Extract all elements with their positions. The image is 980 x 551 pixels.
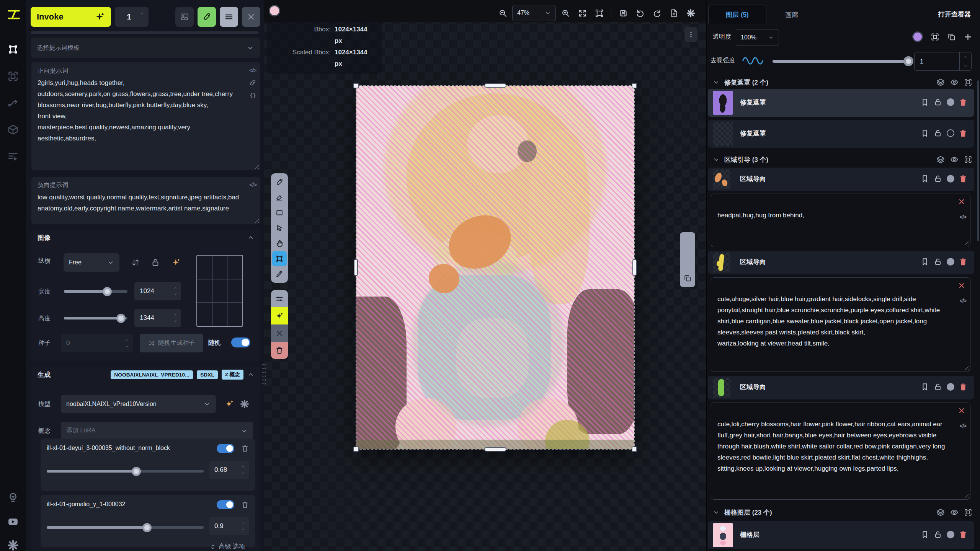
panel-resize-gripper[interactable] bbox=[262, 363, 266, 386]
regional-prompt-input[interactable]: headpat,hug,hug from behind, </> bbox=[711, 194, 970, 247]
lora-enabled-toggle[interactable] bbox=[217, 444, 234, 453]
resize-handle[interactable] bbox=[962, 492, 969, 498]
code-toggle-icon[interactable]: </> bbox=[249, 67, 256, 73]
send-to-canvas-button[interactable] bbox=[198, 7, 216, 27]
lock-icon[interactable] bbox=[934, 530, 942, 539]
zoom-in-button[interactable] bbox=[558, 6, 573, 20]
move-tool[interactable] bbox=[272, 220, 287, 236]
positive-prompt-input[interactable]: 2girls,yuri,hug,heads together, outdoors… bbox=[38, 77, 243, 144]
resize-handle[interactable] bbox=[253, 163, 259, 169]
bbox-handle-n[interactable] bbox=[484, 83, 506, 88]
open-viewer-button[interactable]: 打开查看器 bbox=[938, 10, 971, 19]
fit-bbox-button[interactable] bbox=[592, 6, 606, 20]
eyedropper-tool[interactable] bbox=[272, 266, 287, 282]
viewer-toggle-handle[interactable] bbox=[680, 232, 695, 287]
trash-icon[interactable] bbox=[959, 530, 967, 539]
fit-layer-icon[interactable] bbox=[931, 33, 939, 41]
code-toggle-icon[interactable]: </> bbox=[960, 421, 966, 432]
fit-to-view-button[interactable] bbox=[575, 6, 590, 20]
seed-input[interactable]: 0 bbox=[61, 334, 133, 352]
random-seed-toggle[interactable] bbox=[231, 337, 250, 347]
invoke-region-button[interactable] bbox=[271, 307, 288, 324]
bookmark-icon[interactable] bbox=[921, 258, 929, 266]
brush-tool[interactable] bbox=[272, 174, 287, 190]
trash-icon[interactable] bbox=[959, 258, 967, 266]
eye-icon[interactable] bbox=[950, 508, 959, 517]
trash-icon[interactable] bbox=[959, 129, 967, 137]
trash-icon[interactable] bbox=[241, 501, 249, 509]
mask-fill-indicator[interactable] bbox=[947, 175, 954, 183]
denoise-input[interactable]: 1 bbox=[914, 52, 972, 71]
canvas-workspace[interactable]: Bbox:1024×1344 px Scaled Bbox:1024×1344 … bbox=[264, 0, 706, 551]
regional-section-header[interactable]: 区域引导 (3 个) bbox=[707, 153, 980, 166]
lora-weight-slider[interactable] bbox=[47, 470, 204, 473]
random-seed-button[interactable]: 随机生成种子 bbox=[140, 334, 203, 352]
model-settings-icon[interactable] bbox=[240, 399, 249, 409]
whats-new-button[interactable] bbox=[7, 491, 20, 504]
canvas-menu-button[interactable] bbox=[684, 27, 697, 42]
prompt-template-select[interactable]: 选择提示词模板 bbox=[31, 37, 260, 58]
lora-weight-slider[interactable] bbox=[47, 526, 204, 529]
cancel-queue-button[interactable] bbox=[242, 7, 260, 27]
lock-icon[interactable] bbox=[934, 98, 942, 106]
bookmark-icon[interactable] bbox=[921, 98, 929, 106]
width-slider-knob[interactable] bbox=[103, 287, 112, 296]
bookmark-icon[interactable] bbox=[921, 530, 929, 539]
add-lora-select[interactable]: 添加 LoRA bbox=[61, 422, 253, 440]
layer-color-swatch[interactable] bbox=[912, 31, 923, 42]
negative-prompt-input[interactable]: low quality,worst quality,normal quality… bbox=[38, 192, 243, 214]
canvas-settings-button[interactable] bbox=[683, 6, 698, 20]
braces-icon[interactable]: { } bbox=[250, 92, 255, 98]
delete-layer-button[interactable] bbox=[271, 342, 288, 359]
link-icon[interactable] bbox=[249, 79, 256, 86]
trash-icon[interactable] bbox=[959, 98, 967, 106]
raster-layer-row[interactable]: 栅格层 bbox=[708, 521, 974, 549]
rail-tab-upscaling[interactable] bbox=[7, 70, 20, 83]
panel-scrollbar[interactable] bbox=[977, 80, 979, 241]
bbox-tool[interactable] bbox=[272, 251, 287, 266]
model-sparkle-icon[interactable] bbox=[225, 399, 234, 409]
new-session-button[interactable] bbox=[666, 6, 681, 20]
rail-tab-models[interactable] bbox=[7, 123, 20, 136]
bbox-handle-se[interactable] bbox=[632, 447, 637, 452]
bookmark-icon[interactable] bbox=[921, 129, 929, 137]
eraser-tool[interactable] bbox=[272, 190, 287, 205]
remove-prompt-icon[interactable] bbox=[958, 198, 965, 205]
queue-menu-button[interactable] bbox=[220, 7, 238, 27]
lora-weight-input[interactable]: 0.9 bbox=[209, 517, 249, 535]
bbox-handle-nw[interactable] bbox=[353, 83, 359, 88]
queue-count-stepper[interactable]: 1 bbox=[115, 7, 149, 27]
regional-guidance-row[interactable]: 区域导向 bbox=[708, 376, 974, 399]
send-to-gallery-button[interactable] bbox=[175, 7, 194, 27]
layers-icon[interactable] bbox=[936, 508, 945, 517]
bbox-handle-s[interactable] bbox=[484, 447, 506, 452]
lora-weight-knob[interactable] bbox=[142, 523, 152, 532]
frame-icon[interactable] bbox=[964, 78, 972, 86]
mask-fill-indicator[interactable] bbox=[947, 129, 954, 137]
layers-icon[interactable] bbox=[936, 78, 945, 86]
add-layer-icon[interactable] bbox=[964, 33, 972, 41]
bbox-handle-w[interactable] bbox=[354, 259, 358, 276]
mask-fill-indicator[interactable] bbox=[947, 98, 954, 106]
regional-guidance-row[interactable]: 区域导向 bbox=[708, 251, 974, 274]
height-slider[interactable] bbox=[64, 317, 127, 320]
eye-icon[interactable] bbox=[950, 78, 959, 86]
bbox-handle-sw[interactable] bbox=[353, 447, 359, 452]
brush-color-swatch[interactable] bbox=[269, 5, 280, 16]
aspect-select[interactable]: Free bbox=[64, 253, 119, 272]
frame-icon[interactable] bbox=[964, 155, 972, 164]
denoise-slider[interactable] bbox=[773, 60, 912, 63]
mask-fill-indicator[interactable] bbox=[947, 383, 954, 391]
undo-button[interactable] bbox=[633, 6, 647, 20]
lock-icon[interactable] bbox=[934, 383, 942, 391]
filter-layer-button[interactable] bbox=[271, 290, 288, 307]
inpaint-mask-row[interactable]: 修复遮罩 bbox=[708, 120, 974, 148]
code-toggle-icon[interactable]: </> bbox=[960, 212, 966, 223]
trash-icon[interactable] bbox=[959, 174, 967, 183]
rail-tab-workflows[interactable] bbox=[7, 96, 20, 109]
layers-icon[interactable] bbox=[936, 155, 945, 164]
merge-layers-icon[interactable] bbox=[947, 33, 956, 41]
rail-tab-canvas[interactable] bbox=[7, 43, 20, 56]
bookmark-icon[interactable] bbox=[921, 174, 929, 183]
inpaint-section-header[interactable]: 修复遮罩 (2 个) bbox=[707, 76, 980, 89]
